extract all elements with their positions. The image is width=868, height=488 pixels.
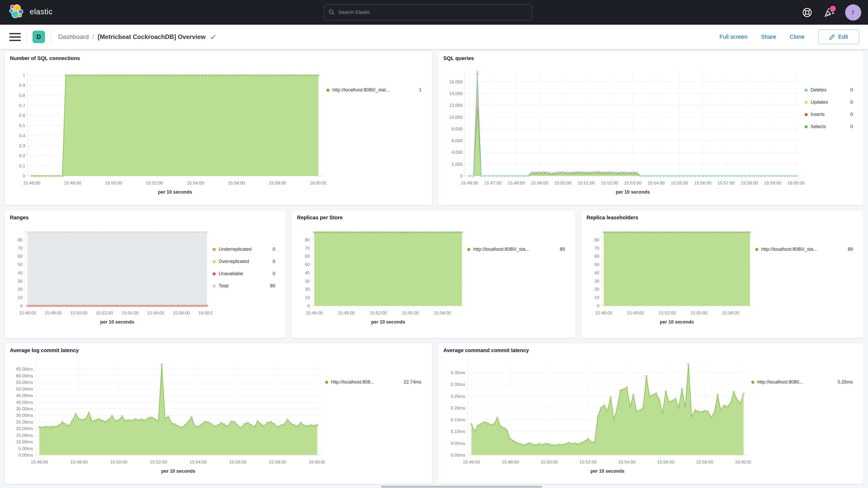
top-navigation-bar: elastic r (0, 0, 868, 25)
saved-check-icon[interactable] (210, 34, 216, 40)
series-color-dot (467, 248, 470, 251)
search-input[interactable] (338, 9, 528, 15)
edit-button[interactable]: Edit (818, 30, 859, 44)
whats-new-icon[interactable] (823, 7, 835, 18)
svg-text:10: 10 (18, 295, 23, 300)
svg-text:15:46:00: 15:46:00 (595, 310, 612, 315)
elastic-logo[interactable]: elastic (9, 4, 53, 20)
replica-leaseholders-chart[interactable]: 0102030405060708015:46:0015:49:0015:52:0… (586, 225, 755, 329)
svg-text:0.4: 0.4 (19, 133, 25, 138)
svg-text:15:54:00: 15:54:00 (648, 181, 665, 186)
svg-text:80: 80 (305, 238, 310, 242)
legend-item[interactable]: http://localhost:8080/_stat...1 (327, 87, 422, 93)
share-button[interactable]: Share (761, 33, 776, 40)
global-search[interactable] (324, 4, 532, 20)
series-color-dot (805, 113, 808, 116)
chart-legend: http://localhost:8080/_sta...89 (467, 225, 571, 329)
svg-text:15:48:00: 15:48:00 (44, 310, 62, 315)
svg-text:15:58:00: 15:58:00 (434, 310, 451, 315)
svg-text:15:52:00: 15:52:00 (370, 310, 387, 315)
menu-icon[interactable] (9, 33, 21, 41)
panel-title: SQL queries (438, 51, 863, 61)
clone-button[interactable]: Clone (790, 33, 805, 40)
chart-legend: http://localhost:808...22.74ms (325, 358, 427, 477)
svg-text:per 10 seconds: per 10 seconds (371, 319, 405, 325)
legend-item[interactable]: http://localhost:808...22.74ms (325, 379, 422, 385)
ranges-chart[interactable]: 0102030405060708015:46:0015:48:0015:50:0… (9, 225, 213, 329)
avg-command-commit-latency-chart[interactable]: 0.00ms0.05ms0.10ms0.15ms0.20ms0.25ms0.30… (443, 358, 751, 477)
user-avatar[interactable]: r (845, 4, 861, 21)
logo-text: elastic (30, 7, 53, 16)
svg-text:0.25ms: 0.25ms (451, 394, 465, 399)
notification-dot (830, 6, 836, 11)
legend-item[interactable]: Underreplicated0 (213, 247, 275, 252)
svg-text:80: 80 (18, 238, 23, 242)
svg-text:15.00ms: 15.00ms (16, 433, 33, 438)
series-color-dot (213, 272, 216, 275)
page-title[interactable]: [Metricbeat CockroachDB] Overview (98, 33, 206, 40)
sql-connections-chart[interactable]: 00.10.20.30.40.50.60.70.80.9115:46:0015:… (9, 65, 327, 197)
legend-label: Overreplicated (219, 259, 249, 264)
horizontal-scrollbar[interactable] (381, 486, 542, 488)
svg-text:50: 50 (18, 262, 23, 267)
legend-item[interactable]: Selects0 (805, 124, 853, 129)
legend-label: Inserts (811, 112, 825, 117)
svg-text:16:00:00: 16:00:00 (787, 181, 805, 186)
svg-text:0.00ms: 0.00ms (451, 453, 465, 458)
avg-log-commit-latency-chart[interactable]: 0.00ms5.00ms10.00ms15.00ms20.00ms25.00ms… (9, 358, 325, 477)
svg-text:16:00:00: 16:00:00 (309, 460, 325, 465)
svg-text:12,000: 12,000 (449, 103, 463, 108)
legend-label: Unavailable (219, 271, 243, 276)
svg-text:10: 10 (305, 295, 310, 300)
series-color-dot (213, 260, 216, 263)
chart-legend: Underreplicated0Overreplicated0Unavailab… (213, 225, 281, 329)
legend-label: http://localhost:8080/_sta... (761, 247, 817, 252)
help-icon[interactable] (802, 7, 813, 18)
legend-item[interactable]: http://localhost:8080/_sta...89 (755, 247, 853, 252)
series-color-dot (325, 381, 328, 384)
full-screen-button[interactable]: Full screen (719, 33, 747, 40)
svg-text:15:58:00: 15:58:00 (741, 181, 758, 186)
dashboard-app-badge[interactable]: D (32, 31, 45, 43)
svg-text:5.00ms: 5.00ms (19, 446, 33, 451)
legend-item[interactable]: Updates0 (805, 99, 853, 105)
svg-text:15:56:00: 15:56:00 (657, 460, 674, 465)
svg-text:14,000: 14,000 (449, 91, 463, 96)
svg-text:per 10 seconds: per 10 seconds (616, 189, 650, 195)
legend-item[interactable]: http://localhost:8080...0.26ms (751, 379, 853, 385)
legend-value: 0 (269, 271, 275, 276)
svg-text:15:50:00: 15:50:00 (70, 310, 87, 315)
svg-text:0.6: 0.6 (19, 113, 25, 118)
breadcrumb-dashboard[interactable]: Dashboard (58, 33, 89, 40)
legend-item[interactable]: Deletes0 (805, 87, 853, 93)
svg-text:16:00:00: 16:00:00 (310, 181, 327, 186)
svg-text:15:56:00: 15:56:00 (147, 310, 164, 315)
sql-queries-chart[interactable]: 02,0004,0006,0008,00010,00012,00014,0001… (443, 65, 805, 197)
svg-text:60: 60 (594, 254, 599, 259)
legend-item[interactable]: Inserts0 (805, 112, 853, 117)
legend-value: 0 (269, 247, 275, 252)
svg-text:25.00ms: 25.00ms (16, 420, 33, 425)
svg-text:15:58:00: 15:58:00 (269, 460, 286, 465)
legend-item[interactable]: Total89 (213, 283, 275, 289)
legend-item[interactable]: Unavailable0 (213, 271, 275, 276)
svg-text:per 10 seconds: per 10 seconds (158, 189, 192, 195)
svg-text:0: 0 (597, 304, 599, 308)
legend-item[interactable]: http://localhost:8080/_sta...89 (467, 247, 565, 252)
svg-text:15:46:00: 15:46:00 (461, 181, 478, 186)
svg-text:15:49:00: 15:49:00 (338, 310, 355, 315)
svg-text:10: 10 (594, 295, 599, 300)
replicas-per-store-chart[interactable]: 0102030405060708015:46:0015:49:0015:52:0… (297, 225, 467, 329)
svg-text:16,000: 16,000 (449, 80, 463, 85)
legend-item[interactable]: Overreplicated0 (213, 259, 275, 264)
legend-value: 0 (847, 124, 853, 129)
panel-sql-connections: Number of SQL connections 00.10.20.30.40… (4, 51, 432, 206)
series-color-dot (755, 248, 758, 251)
panel-title: Average command commit latency (438, 343, 863, 354)
panel-title: Replicas per Store (292, 211, 576, 221)
series-color-dot (805, 101, 808, 104)
svg-text:0: 0 (23, 174, 25, 179)
svg-text:16:00:00: 16:00:00 (735, 460, 751, 465)
svg-text:15:55:00: 15:55:00 (690, 310, 707, 315)
svg-text:15:52:00: 15:52:00 (146, 181, 163, 186)
